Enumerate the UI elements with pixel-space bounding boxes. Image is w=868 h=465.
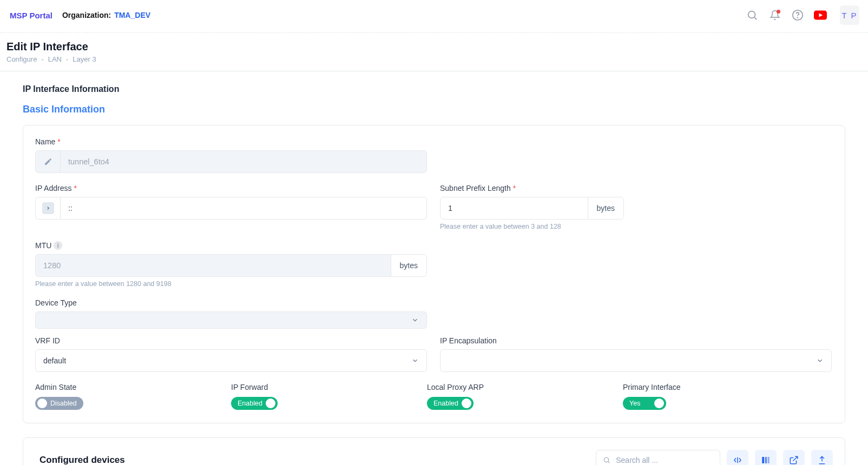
toggle-ip-forward: IP Forward Enabled — [231, 383, 427, 410]
configured-devices-title: Configured devices — [40, 455, 125, 465]
ip-address-input[interactable] — [61, 197, 426, 219]
svg-rect-8 — [762, 457, 764, 463]
svg-point-5 — [604, 457, 608, 462]
breadcrumb-item[interactable]: Configure — [6, 55, 37, 63]
ip-forward-toggle[interactable]: Enabled — [231, 397, 278, 410]
mtu-input — [36, 255, 391, 276]
name-label: Name * — [35, 137, 427, 146]
primary-interface-label: Primary Interface — [623, 383, 819, 391]
primary-interface-toggle[interactable]: Yes — [623, 397, 666, 410]
pencil-icon — [36, 151, 61, 172]
search-icon — [603, 456, 610, 464]
encap-select[interactable] — [440, 349, 832, 372]
ip-forward-label: IP Forward — [231, 383, 427, 391]
angle-icon[interactable] — [36, 197, 61, 219]
configured-devices-panel: Configured devices — [23, 437, 845, 465]
field-mtu: MTU i bytes Please enter a value between… — [35, 241, 427, 288]
encap-label: IP Encapsulation — [440, 336, 832, 345]
admin-state-toggle[interactable]: Disabled — [35, 397, 83, 410]
field-ip-address: IP Address * — [35, 184, 427, 230]
basic-info-panel: Name * IP Address * — [23, 125, 845, 423]
breadcrumb-item[interactable]: LAN — [48, 55, 62, 63]
chevron-down-icon — [816, 357, 824, 364]
vrf-value: default — [43, 356, 66, 365]
organization-value[interactable]: TMA_DEV — [114, 11, 150, 19]
svg-point-3 — [798, 17, 798, 18]
admin-state-label: Admin State — [35, 383, 231, 391]
prefix-label: Subnet Prefix Length * — [440, 184, 624, 192]
field-name: Name * — [35, 137, 427, 173]
mtu-label: MTU i — [35, 241, 427, 250]
field-device-type: Device Type — [35, 298, 427, 329]
field-vrf: VRF ID default — [35, 336, 427, 372]
devices-search-input[interactable] — [615, 455, 713, 465]
breadcrumb-sep: - — [66, 55, 68, 63]
local-proxy-arp-toggle[interactable]: Enabled — [427, 397, 474, 410]
name-input — [61, 151, 426, 172]
user-avatar[interactable]: T P — [840, 5, 859, 25]
external-link-icon[interactable] — [783, 450, 805, 465]
page-title: Edit IP Interface — [6, 41, 862, 53]
breadcrumb-sep: - — [41, 55, 43, 63]
vrf-select[interactable]: default — [35, 349, 427, 372]
breadcrumb: Configure - LAN - Layer 3 — [6, 55, 862, 63]
svg-rect-9 — [765, 457, 767, 463]
section-title: IP Interface Information — [0, 71, 868, 94]
chevron-down-icon — [411, 357, 419, 364]
devices-search[interactable] — [596, 450, 720, 465]
svg-point-0 — [748, 11, 755, 18]
columns-icon[interactable] — [755, 450, 777, 465]
field-encap: IP Encapsulation — [440, 336, 832, 372]
chevron-down-icon — [411, 316, 419, 324]
mtu-hint: Please enter a value between 1280 and 91… — [35, 280, 427, 288]
info-icon[interactable]: i — [54, 241, 62, 250]
toggle-admin-state: Admin State Disabled — [35, 383, 231, 410]
sub-section-title: Basic Information — [23, 104, 845, 115]
vrf-label: VRF ID — [35, 336, 427, 345]
svg-rect-10 — [768, 457, 770, 463]
field-prefix: Subnet Prefix Length * bytes Please ente… — [440, 184, 624, 230]
youtube-icon[interactable] — [814, 9, 827, 22]
page-header: Edit IP Interface Configure - LAN - Laye… — [0, 33, 868, 71]
mtu-unit: bytes — [391, 255, 426, 276]
svg-line-6 — [608, 462, 610, 463]
toggle-local-proxy-arp: Local Proxy ARP Enabled — [427, 383, 623, 410]
topbar: MSP Portal Organization: TMA_DEV T P — [0, 0, 868, 33]
search-icon[interactable] — [746, 9, 759, 22]
local-proxy-arp-label: Local Proxy ARP — [427, 383, 623, 391]
toggle-primary-interface: Primary Interface Yes — [623, 383, 819, 410]
msp-portal-link[interactable]: MSP Portal — [10, 11, 52, 20]
breadcrumb-item[interactable]: Layer 3 — [73, 55, 96, 63]
svg-line-1 — [754, 17, 757, 19]
ip-label: IP Address * — [35, 184, 427, 192]
prefix-unit: bytes — [588, 197, 623, 219]
organization-label: Organization: — [62, 11, 111, 19]
prefix-input[interactable] — [440, 197, 588, 219]
notifications-icon[interactable] — [768, 9, 781, 22]
device-type-label: Device Type — [35, 298, 427, 307]
upload-icon[interactable] — [811, 450, 833, 465]
help-icon[interactable] — [791, 9, 804, 22]
prefix-hint: Please enter a value between 3 and 128 — [440, 223, 624, 230]
device-type-select — [35, 311, 427, 329]
fit-columns-icon[interactable] — [727, 450, 748, 465]
